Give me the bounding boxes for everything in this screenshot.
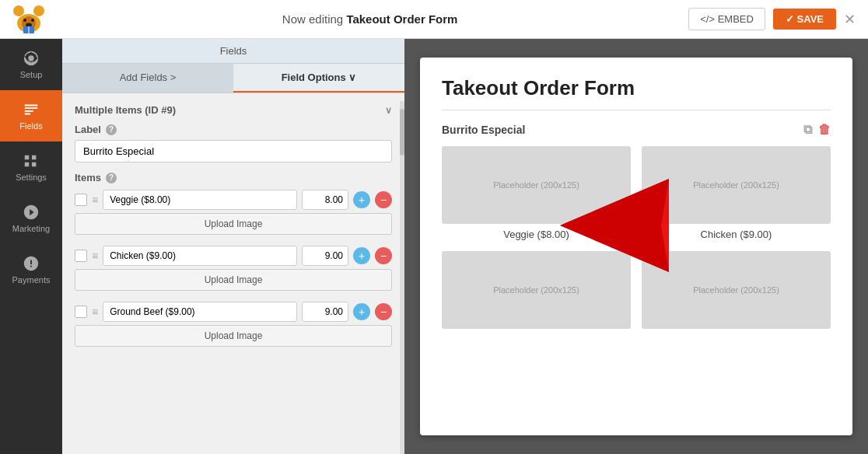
item-group-3: ≡ + − Upload Image	[75, 302, 392, 353]
tab-field-options[interactable]: Field Options ∨	[233, 64, 404, 93]
upload-image-btn-2[interactable]: Upload Image	[75, 269, 392, 291]
item-card-1: Placeholder (200x125) Veggie ($8.00)	[442, 146, 631, 240]
item-row-2: ≡ + −	[75, 246, 392, 266]
main-layout: Setup Fields Settings Marketing Payments…	[0, 39, 868, 454]
items-help-icon[interactable]: ?	[106, 173, 117, 183]
item-label-1: Veggie ($8.00)	[503, 229, 569, 240]
item-card-2: Placeholder (200x125) Chicken ($9.00)	[642, 146, 831, 240]
upload-image-btn-3[interactable]: Upload Image	[75, 325, 392, 347]
item-drag-2[interactable]: ≡	[92, 250, 98, 262]
upload-image-btn-1[interactable]: Upload Image	[75, 213, 392, 235]
logo	[12, 4, 51, 35]
item-add-btn-3[interactable]: +	[353, 303, 370, 320]
item-placeholder-4: Placeholder (200x125)	[642, 251, 831, 329]
sidebar-payments-label: Payments	[12, 275, 51, 285]
sidebar: Setup Fields Settings Marketing Payments	[0, 39, 62, 454]
item-name-input-1[interactable]	[103, 190, 297, 210]
item-price-input-3[interactable]	[302, 302, 348, 322]
section-chevron[interactable]: ∨	[385, 105, 392, 116]
sidebar-item-fields[interactable]: Fields	[0, 90, 62, 141]
field-section-title: Multiple Items (ID #9) ∨	[75, 104, 392, 116]
sidebar-item-settings[interactable]: Settings	[0, 141, 62, 193]
editing-title: Now editing Takeout Order Form	[282, 12, 458, 26]
panel-header: Fields	[62, 39, 404, 64]
svg-point-5	[31, 19, 34, 22]
delete-icon[interactable]: 🗑	[818, 123, 831, 137]
item-checkbox-1[interactable]	[75, 194, 87, 206]
item-group-2: ≡ + − Upload Image	[75, 246, 392, 297]
item-row-1: ≡ + −	[75, 190, 392, 210]
item-placeholder-2: Placeholder (200x125)	[642, 146, 831, 224]
item-placeholder-1: Placeholder (200x125)	[442, 146, 631, 224]
item-remove-btn-3[interactable]: −	[375, 303, 392, 320]
item-price-input-1[interactable]	[302, 190, 348, 210]
form-divider	[442, 110, 831, 110]
copy-icon[interactable]: ⧉	[803, 123, 812, 137]
panel-tabs: Add Fields > Field Options ∨	[62, 64, 404, 93]
label-help-icon[interactable]: ?	[106, 124, 117, 135]
item-placeholder-3: Placeholder (200x125)	[442, 251, 631, 329]
item-drag-1[interactable]: ≡	[92, 194, 98, 206]
form-card: Takeout Order Form Burrito Especial ⧉ 🗑 …	[420, 58, 852, 435]
svg-point-0	[13, 5, 24, 16]
item-row-3: ≡ + −	[75, 302, 392, 322]
item-add-btn-1[interactable]: +	[353, 191, 370, 208]
sidebar-setup-label: Setup	[20, 70, 43, 79]
svg-point-4	[23, 19, 26, 22]
preview-frame: Takeout Order Form Burrito Especial ⧉ 🗑 …	[404, 39, 868, 454]
sidebar-item-payments[interactable]: Payments	[0, 244, 62, 295]
item-remove-btn-2[interactable]: −	[375, 247, 392, 264]
label-input[interactable]	[75, 140, 392, 162]
item-remove-btn-1[interactable]: −	[375, 191, 392, 208]
preview-wrapper: Takeout Order Form Burrito Especial ⧉ 🗑 …	[404, 39, 868, 454]
form-title: Takeout Order Form	[442, 76, 831, 100]
item-checkbox-2[interactable]	[75, 250, 87, 262]
top-bar: Now editing Takeout Order Form </> EMBED…	[0, 0, 868, 39]
tab-add-fields[interactable]: Add Fields >	[62, 64, 233, 93]
embed-button[interactable]: </> EMBED	[688, 8, 765, 30]
panel-wrapper: Fields Add Fields > Field Options ∨ Mult…	[62, 39, 404, 454]
label-row: Label ?	[75, 124, 392, 135]
svg-point-1	[33, 5, 44, 16]
item-label-2: Chicken ($9.00)	[701, 229, 772, 240]
sidebar-item-marketing[interactable]: Marketing	[0, 193, 62, 244]
item-price-input-2[interactable]	[302, 246, 348, 266]
save-button[interactable]: ✓ SAVE	[773, 9, 836, 30]
item-card-4: Placeholder (200x125)	[642, 251, 831, 334]
panel-content: Multiple Items (ID #9) ∨ Label ? Items ?…	[62, 93, 404, 454]
item-card-3: Placeholder (200x125)	[442, 251, 631, 334]
section-icons: ⧉ 🗑	[803, 123, 831, 137]
item-group-1: ≡ + − Upload Image	[75, 190, 392, 241]
item-name-input-3[interactable]	[103, 302, 297, 322]
sidebar-item-setup[interactable]: Setup	[0, 39, 62, 90]
top-bar-actions: </> EMBED ✓ SAVE ✕	[688, 8, 856, 30]
section-label: Burrito Especial ⧉ 🗑	[442, 123, 831, 137]
item-add-btn-2[interactable]: +	[353, 247, 370, 264]
close-button[interactable]: ✕	[844, 11, 856, 28]
item-drag-3[interactable]: ≡	[92, 306, 98, 318]
item-name-input-2[interactable]	[103, 246, 297, 266]
items-label-row: Items ?	[75, 172, 392, 183]
items-grid: Placeholder (200x125) Veggie ($8.00) Pla…	[442, 146, 831, 334]
svg-point-6	[26, 23, 32, 26]
sidebar-marketing-label: Marketing	[12, 224, 50, 233]
item-checkbox-3[interactable]	[75, 306, 87, 318]
sidebar-settings-label: Settings	[16, 173, 47, 182]
sidebar-fields-label: Fields	[19, 121, 42, 131]
